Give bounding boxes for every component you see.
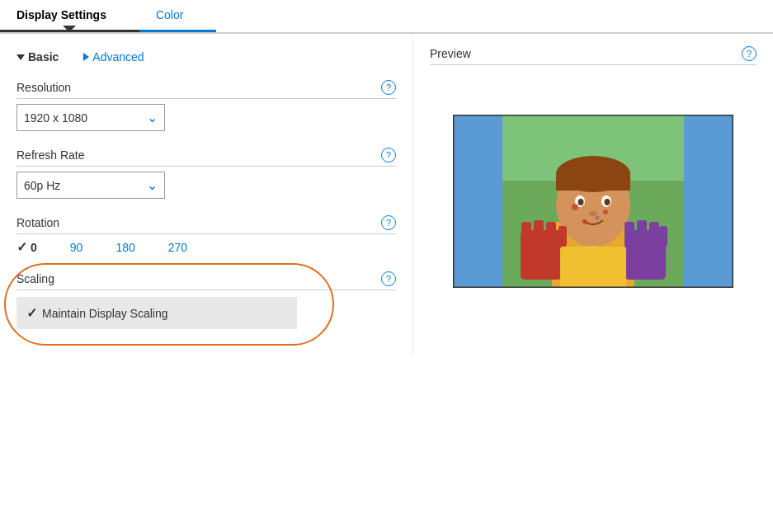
rotation-field: Rotation ? ✓ 0 90 180 270 [16,215,396,255]
rotation-0[interactable]: ✓ 0 [16,239,37,255]
preview-image [453,115,733,288]
left-panel: Basic Advanced Resolution ? 1920 x 1080 … [0,34,412,358]
rotation-label: Rotation [16,216,59,229]
refresh-rate-label-row: Refresh Rate ? [16,148,396,167]
resolution-label: Resolution [16,81,71,94]
tab-color[interactable]: Color [139,0,216,32]
rotation-180[interactable]: 180 [115,241,134,254]
rotation-0-checkmark: ✓ [16,239,27,255]
svg-rect-7 [556,174,630,191]
svg-rect-0 [453,115,502,288]
scaling-label: Scaling [16,272,54,285]
svg-rect-26 [659,226,667,247]
svg-point-11 [605,199,610,205]
preview-help-icon[interactable]: ? [742,46,757,61]
svg-point-28 [581,246,606,256]
rotation-180-label: 180 [115,241,134,254]
scaling-option-maintain[interactable]: ✓ Maintain Display Scaling [16,297,297,329]
refresh-rate-dropdown-arrow: ⌄ [147,177,158,193]
rotation-help-icon[interactable]: ? [381,215,396,230]
advanced-label: Advanced [92,50,144,64]
refresh-rate-help-icon[interactable]: ? [381,148,396,162]
svg-rect-18 [521,222,531,247]
svg-point-15 [603,210,608,214]
resolution-help-icon[interactable]: ? [381,80,396,95]
svg-rect-23 [625,222,634,247]
section-header: Basic Advanced [16,50,396,64]
basic-label: Basic [28,50,59,64]
rotation-90[interactable]: 90 [70,241,83,254]
tab-bar: Display Settings Color [0,0,773,34]
right-panel: Preview ? [412,34,773,358]
tab-display-settings[interactable]: Display Settings [0,0,139,32]
basic-section-header[interactable]: Basic [16,50,59,64]
triangle-down-icon [16,54,25,60]
rotation-270[interactable]: 270 [168,241,187,254]
svg-rect-19 [534,220,544,247]
main-content: Basic Advanced Resolution ? 1920 x 1080 … [0,34,773,358]
svg-point-16 [596,216,600,220]
resolution-field: Resolution ? 1920 x 1080 ⌄ [16,80,396,131]
rotation-0-label: 0 [31,241,37,254]
rotation-options: ✓ 0 90 180 270 [16,239,396,255]
svg-point-10 [578,199,584,205]
preview-header: Preview ? [430,46,757,65]
svg-point-12 [589,211,597,216]
rotation-label-row: Rotation ? [16,215,396,234]
scaling-help-icon[interactable]: ? [381,271,396,286]
resolution-label-row: Resolution ? [16,80,396,99]
scaling-option-label: Maintain Display Scaling [42,307,168,320]
triangle-right-icon [83,53,89,61]
scaling-checkmark: ✓ [26,305,37,321]
refresh-rate-dropdown[interactable]: 60p Hz ⌄ [16,172,165,199]
refresh-rate-field: Refresh Rate ? 60p Hz ⌄ [16,148,396,199]
svg-rect-1 [684,115,733,288]
svg-rect-24 [637,220,647,247]
scaling-field: Scaling ? ✓ Maintain Display Scaling [16,271,396,329]
svg-rect-21 [559,226,567,247]
rotation-270-label: 270 [168,241,187,254]
svg-point-14 [582,219,587,224]
preview-label: Preview [430,47,471,60]
svg-point-13 [572,204,578,210]
preview-image-container [430,115,757,288]
refresh-rate-label: Refresh Rate [16,148,84,162]
resolution-dropdown[interactable]: 1920 x 1080 ⌄ [16,104,165,131]
refresh-rate-value: 60p Hz [24,179,60,192]
svg-rect-25 [649,222,659,247]
rotation-90-label: 90 [70,241,83,254]
advanced-section-header[interactable]: Advanced [83,50,144,64]
resolution-value: 1920 x 1080 [24,111,87,125]
svg-rect-20 [546,222,556,247]
scaling-label-row: Scaling ? [16,271,396,290]
resolution-dropdown-arrow: ⌄ [147,110,158,125]
